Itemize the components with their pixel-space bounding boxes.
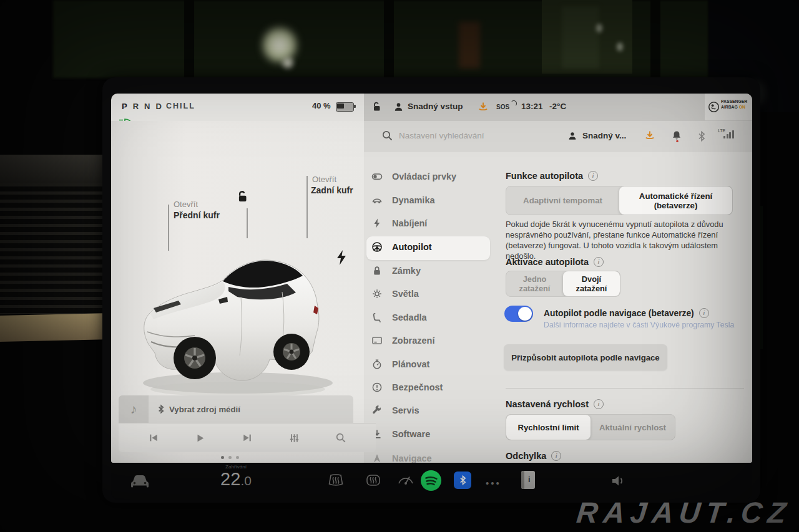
bottom-launcher-bar: Zahřívání 22.0 ••• — [111, 463, 752, 500]
gear-p[interactable]: P — [122, 102, 127, 111]
cabin-temperature[interactable]: 22.0 — [205, 469, 267, 490]
navigation-icon — [371, 453, 383, 463]
option-double-pull[interactable]: Dvojí zatažení — [563, 271, 620, 296]
schedule-icon — [371, 359, 383, 370]
seat-icon — [371, 312, 383, 323]
profile-icon[interactable] — [393, 102, 404, 112]
customize-autopilot-button[interactable]: Přizpůsobit autopilota podle navigace — [504, 344, 667, 370]
rear-defrost-icon[interactable] — [365, 473, 382, 489]
sidebar-item-charging[interactable]: Nabíjení — [371, 213, 490, 234]
watermark: RAJAUT.CZ — [575, 495, 793, 530]
airbag-text: PASSENGER AIRBAG ON — [721, 99, 747, 110]
software-update-icon[interactable] — [478, 101, 489, 113]
option-single-pull[interactable]: Jedno zatažení — [506, 271, 563, 296]
play-icon[interactable] — [195, 433, 205, 443]
battery-icon — [336, 102, 354, 112]
sidebar-item-service[interactable]: Servis — [371, 400, 490, 421]
sidebar-item-controls[interactable]: Ovládací prvky — [371, 166, 490, 187]
vehicle-visualization: Otevřít Přední kufr Otevřít Zadní kufr — [111, 121, 364, 463]
offset-section-title: Odchylka i — [506, 451, 561, 461]
vehicle-render[interactable] — [135, 232, 344, 404]
search-icon[interactable] — [381, 130, 393, 142]
unlocked-icon[interactable] — [371, 101, 383, 112]
charging-bolt-icon — [371, 218, 383, 229]
nav-autopilot-label: Autopilot podle navigace (betaverze) i — [544, 308, 709, 318]
info-icon[interactable]: i — [699, 308, 709, 318]
option-adaptive-cruise[interactable]: Adaptivní tempomat — [506, 186, 619, 215]
front-defrost-icon[interactable] — [327, 473, 345, 489]
battery-percent: 40 % — [312, 101, 331, 110]
sidebar-item-seats[interactable]: Sedadla — [371, 307, 490, 328]
sidebar-item-dynamics[interactable]: Dynamika — [371, 190, 490, 211]
media-source-bar[interactable]: ♪ Vybrat zdroj médií — [119, 395, 353, 423]
clock: 13:21 — [521, 102, 543, 111]
page-indicator-dots[interactable] — [221, 456, 239, 459]
display-icon — [371, 335, 383, 346]
spotify-icon[interactable] — [421, 470, 441, 491]
media-search-icon[interactable] — [335, 432, 346, 443]
gear-r[interactable]: R — [133, 102, 139, 111]
owners-manual-icon[interactable] — [521, 471, 535, 489]
sidebar-item-lights[interactable]: Světla — [371, 283, 490, 304]
wiper-icon[interactable] — [397, 473, 414, 488]
autopilot-activation-segmented: Jedno zatažení Dvojí zatažení — [506, 271, 620, 297]
features-section-title: Funkce autopilota i — [506, 171, 598, 181]
volume-icon[interactable] — [610, 474, 627, 488]
info-icon[interactable]: i — [551, 451, 561, 461]
window-frame — [384, 0, 394, 78]
bluetooth-icon[interactable] — [697, 130, 706, 142]
unlocked-icon[interactable] — [236, 190, 250, 203]
gear-selector[interactable]: P R N D — [122, 102, 162, 111]
photo-of-tesla-screen: P R N D CHILL 40 % A — [0, 0, 799, 532]
background-light-dot — [596, 24, 602, 32]
info-icon[interactable]: i — [594, 257, 604, 267]
sidebar-item-schedule[interactable]: Plánovat — [371, 354, 490, 375]
window-blinds — [0, 183, 111, 314]
music-note-icon: ♪ — [119, 395, 149, 423]
background-light-blob — [280, 55, 296, 71]
nav-autopilot-toggle[interactable] — [504, 306, 533, 322]
software-update-icon[interactable] — [644, 130, 655, 142]
sidebar-item-software[interactable]: Software — [371, 423, 490, 445]
equalizer-icon[interactable] — [289, 433, 300, 443]
profile-icon[interactable] — [567, 131, 577, 141]
option-current-speed[interactable]: Aktuální rychlost — [591, 415, 675, 440]
select-media-source[interactable]: Vybrat zdroj médií — [157, 395, 240, 423]
option-speed-limit[interactable]: Rychlostní limit — [506, 415, 591, 440]
sidebar-item-display[interactable]: Zobrazení — [371, 330, 490, 351]
info-icon[interactable]: i — [594, 399, 604, 409]
profile-short-name[interactable]: Snadný v... — [582, 131, 626, 140]
option-autosteer-beta[interactable]: Automatické řízení (betaverze) — [619, 186, 732, 215]
window-sill-band — [0, 155, 111, 183]
window-frame — [184, 0, 194, 78]
nav-autopilot-sublink[interactable]: Další informace najdete v části Výukové … — [544, 321, 734, 329]
sidebar-item-safety[interactable]: Bezpečnost — [371, 377, 490, 398]
trunk-label[interactable]: Zadní kufr — [311, 185, 353, 195]
sidebar-item-autopilot[interactable]: Autopilot — [371, 236, 490, 258]
profile-name[interactable]: Snadný vstup — [408, 102, 463, 111]
frunk-label[interactable]: Přední kufr — [174, 210, 220, 220]
gear-n[interactable]: N — [144, 102, 150, 111]
drive-mode-label: CHILL — [166, 102, 195, 110]
background-light-dot — [617, 42, 623, 51]
search-input[interactable]: Nastavení vyhledávání — [399, 131, 484, 140]
bluetooth-launcher-icon[interactable] — [454, 472, 471, 489]
notifications-bell-icon[interactable] — [671, 130, 682, 143]
sidebar-item-navigation[interactable]: Navigace — [371, 448, 490, 463]
gear-d[interactable]: D — [155, 102, 161, 111]
window-frame — [650, 0, 660, 78]
trunk-action-label[interactable]: Otevřít — [312, 175, 336, 184]
more-apps-icon[interactable]: ••• — [486, 478, 501, 488]
vehicle-controls-icon[interactable] — [129, 472, 151, 490]
background-door-light — [562, 6, 599, 69]
info-icon[interactable]: i — [588, 171, 598, 181]
service-wrench-icon — [371, 405, 383, 416]
frunk-action-label[interactable]: Otevřít — [174, 200, 198, 209]
next-track-icon[interactable] — [242, 433, 253, 443]
settings-search-bar: Nastavení vyhledávání Snadný v... LTE — [364, 121, 752, 153]
previous-track-icon[interactable] — [148, 433, 159, 443]
lock-icon — [371, 265, 383, 276]
charge-port-flash-icon[interactable] — [336, 249, 347, 266]
trunk-pointer-line — [306, 176, 308, 238]
sidebar-item-locks[interactable]: Zámky — [371, 260, 490, 281]
